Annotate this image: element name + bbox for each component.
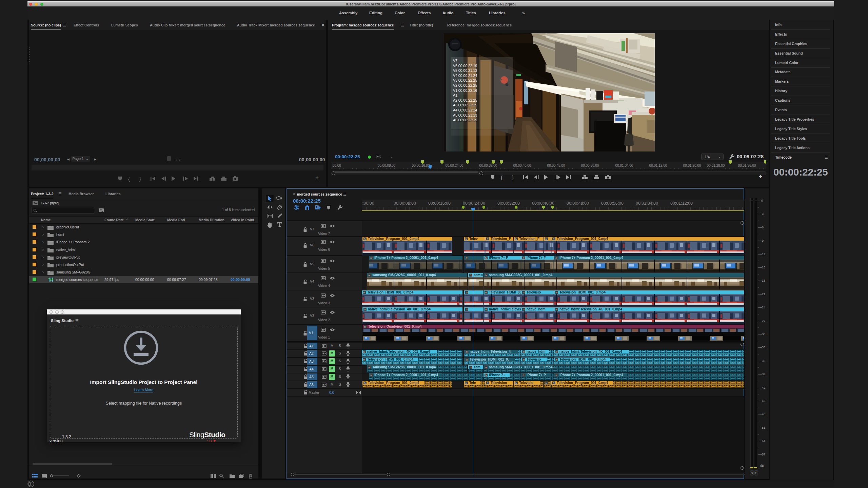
svg-text:fx: fx bbox=[545, 238, 547, 241]
svg-text:{: { bbox=[128, 176, 130, 182]
svg-text:fx: fx bbox=[553, 382, 555, 385]
svg-text:fx: fx bbox=[522, 358, 525, 361]
svg-text:samsu: samsu bbox=[474, 273, 485, 277]
svg-text:native_hdmi:Television_4K_001_: native_hdmi:Television_4K_001_0.mp4 bbox=[559, 350, 622, 353]
svg-text:fx: fx bbox=[485, 257, 487, 260]
svg-text:fx: fx bbox=[515, 382, 517, 385]
svg-text:fx: fx bbox=[364, 382, 366, 385]
svg-text:native_hdmi:Television_4K_001_: native_hdmi:Television_4K_001_0.mp4 bbox=[368, 307, 431, 311]
svg-text:fx: fx bbox=[363, 350, 365, 353]
svg-text:native_hdm: native_hdm bbox=[527, 350, 546, 353]
svg-text:fx: fx bbox=[368, 366, 370, 369]
svg-text:Televisio: Televisio bbox=[519, 381, 533, 385]
svg-text:Television_HDMI_001_0.mp4: Television_HDMI_001_0.mp4 bbox=[367, 358, 413, 361]
svg-text:fx: fx bbox=[487, 238, 489, 241]
svg-text:fx: fx bbox=[555, 358, 557, 361]
svg-text:Television_HDMI_001_0.: Television_HDMI_001_0. bbox=[470, 358, 509, 361]
svg-text:Telev: Telev bbox=[469, 237, 478, 241]
svg-text:native_hdmi:Television_4K_001_: native_hdmi:Television_4K_001_0.mp4 bbox=[559, 307, 622, 311]
svg-text:fx: fx bbox=[364, 325, 366, 328]
svg-text:samsung SM-G928G_00001_001_0.m: samsung SM-G928G_00001_001_0.mp4 bbox=[489, 365, 553, 369]
svg-text:fx: fx bbox=[465, 382, 467, 385]
svg-text:Televisio: Televisio bbox=[527, 358, 541, 361]
svg-text:fx: fx bbox=[485, 274, 487, 277]
svg-text:sam: sam bbox=[474, 365, 480, 369]
svg-text:fx: fx bbox=[470, 366, 472, 369]
svg-text:Television_Program_001_0.mp4: Television_Program_001_0.mp4 bbox=[368, 237, 419, 241]
svg-text:fx: fx bbox=[364, 238, 366, 241]
svg-text:Television_Program_001_0.mp4: Television_Program_001_0.mp4 bbox=[368, 381, 419, 385]
svg-text:fx: fx bbox=[368, 274, 370, 277]
svg-text:fx: fx bbox=[370, 257, 372, 260]
svg-text:Television_P: Television_P bbox=[491, 237, 511, 241]
svg-text:fx: fx bbox=[466, 291, 468, 294]
svg-text:fx: fx bbox=[363, 291, 365, 294]
svg-text:fx: fx bbox=[522, 291, 525, 294]
svg-text:Television_HDMI_001_0.mp4: Television_HDMI_001_0.mp4 bbox=[559, 290, 606, 294]
svg-text:Televisio: Televisio bbox=[527, 290, 541, 294]
svg-text:Television_Program_001_0.mp4: Television_Program_001_0.mp4 bbox=[557, 237, 608, 241]
svg-text:fx: fx bbox=[522, 257, 525, 260]
svg-text:Tele: Tele bbox=[469, 381, 476, 385]
svg-text:Television_F: Television_F bbox=[519, 237, 539, 241]
svg-text:fx: fx bbox=[522, 308, 525, 311]
svg-text:Television_HDMI_001_0.mp4: Television_HDMI_001_0.mp4 bbox=[367, 290, 413, 294]
svg-text:Television_Quadview_001_0.mp4: Television_Quadview_001_0.mp4 bbox=[368, 325, 422, 328]
svg-text:native_hdmi:Television_4: native_hdmi:Television_4 bbox=[470, 350, 511, 353]
svg-text:fx: fx bbox=[466, 358, 468, 361]
svg-text:fx: fx bbox=[485, 291, 487, 294]
svg-text:fx: fx bbox=[485, 366, 487, 369]
svg-text:iPhone 7+ Poonam 2_00001_001_0: iPhone 7+ Poonam 2_00001_001_0.mp4 bbox=[559, 373, 624, 377]
svg-text:iPhone 7+ F: iPhone 7+ F bbox=[527, 256, 546, 260]
svg-text:fx: fx bbox=[555, 350, 557, 353]
svg-text:fx: fx bbox=[364, 308, 366, 311]
svg-text:}: } bbox=[139, 176, 141, 182]
svg-text:fx: fx bbox=[515, 238, 517, 241]
svg-text:Television_HDMI_001_0.mp4: Television_HDMI_001_0.mp4 bbox=[559, 358, 606, 361]
svg-text:fx: fx bbox=[522, 350, 525, 353]
svg-text:iPhone 7+: iPhone 7+ bbox=[489, 373, 505, 377]
svg-text:Television_Program_001_0.mp4: Television_Program_001_0.mp4 bbox=[557, 381, 608, 385]
svg-text:samsung SM-G928G_00001_001_0.m: samsung SM-G928G_00001_001_0.mp4 bbox=[372, 365, 436, 369]
svg-text:samsung SM-G928G_00001_001_0.m: samsung SM-G928G_00001_001_0.mp4 bbox=[489, 273, 553, 277]
svg-text:}: } bbox=[512, 175, 514, 180]
svg-text:fx: fx bbox=[553, 238, 555, 241]
svg-text:iPhone 7+ Poonam 2_00001_001_0: iPhone 7+ Poonam 2_00001_001_0.mp4 bbox=[559, 256, 624, 260]
svg-text:fx: fx bbox=[485, 308, 487, 311]
svg-text:fx: fx bbox=[466, 350, 468, 353]
svg-text:iPhone 7+ P: iPhone 7+ P bbox=[527, 373, 546, 377]
svg-text:iPhone 7+ P: iPhone 7+ P bbox=[489, 256, 508, 260]
svg-text:fx: fx bbox=[370, 374, 372, 377]
svg-text:iPhone 7+ Poonam 2_00001_001_0: iPhone 7+ Poonam 2_00001_001_0.mp4 bbox=[374, 373, 438, 377]
svg-text:fx: fx bbox=[466, 257, 468, 260]
svg-text:fx: fx bbox=[555, 374, 557, 377]
svg-text:fx: fx bbox=[555, 257, 557, 260]
svg-text:{: { bbox=[501, 175, 502, 180]
svg-text:native_hdm: native_hdm bbox=[527, 307, 546, 311]
svg-text:fx: fx bbox=[555, 308, 557, 311]
svg-text:fx: fx bbox=[487, 382, 489, 385]
svg-text:fx: fx bbox=[363, 358, 365, 361]
svg-text:samsung SM-G928G_00001_001_0.m: samsung SM-G928G_00001_001_0.mp4 bbox=[372, 273, 436, 277]
svg-text:fx: fx bbox=[545, 382, 547, 385]
svg-text:fx: fx bbox=[465, 238, 467, 241]
svg-text:fx: fx bbox=[466, 308, 468, 311]
svg-text:fx: fx bbox=[470, 274, 472, 277]
svg-text:fx: fx bbox=[522, 374, 525, 377]
svg-text:fx: fx bbox=[555, 291, 557, 294]
svg-text:native_hdmi:Television_4K_001_: native_hdmi:Television_4K_001_0.mp4 bbox=[367, 350, 430, 353]
svg-text:iPhone 7+ Poonam 2_00001_001_0: iPhone 7+ Poonam 2_00001_001_0.mp4 bbox=[374, 256, 438, 260]
svg-text:Television: Television bbox=[491, 381, 507, 385]
svg-text:fx: fx bbox=[485, 374, 487, 377]
